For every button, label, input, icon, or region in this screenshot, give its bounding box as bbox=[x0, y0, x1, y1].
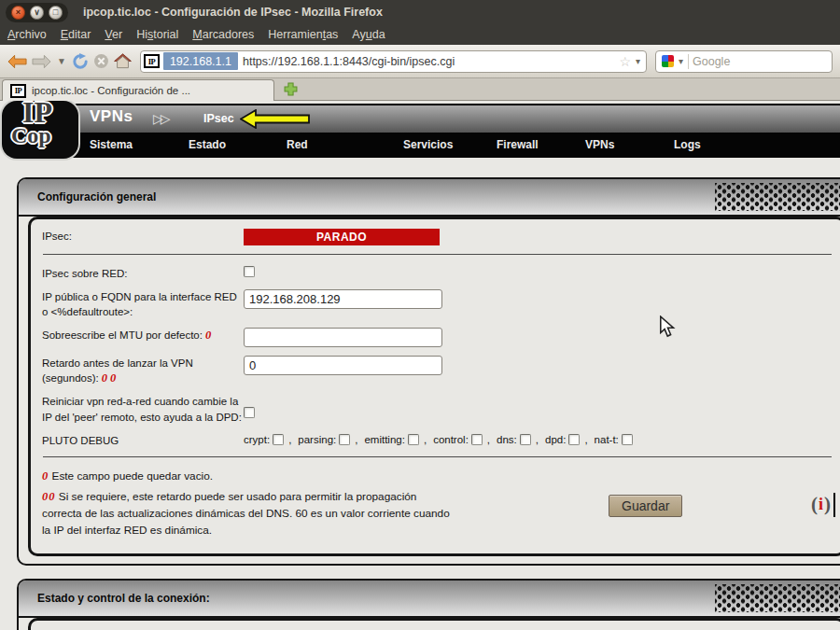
search-box[interactable]: ▾ bbox=[655, 50, 833, 73]
reload-icon[interactable] bbox=[72, 49, 89, 74]
new-tab-button[interactable] bbox=[284, 82, 298, 96]
required-marker-icon: 0 bbox=[49, 490, 54, 503]
nav-servicios[interactable]: Servicios bbox=[403, 138, 453, 151]
active-tab[interactable]: IP ipcop.tic.loc - Configuración de ... bbox=[2, 79, 274, 101]
menu-historial[interactable]: Historial bbox=[136, 28, 178, 41]
save-button[interactable]: Guardar bbox=[609, 495, 682, 517]
tab-favicon: IP bbox=[10, 84, 26, 98]
menu-editar[interactable]: Editar bbox=[61, 28, 91, 41]
window-title: ipcop.tic.loc - Configuración de IPsec -… bbox=[83, 6, 383, 19]
pluto-control-checkbox[interactable] bbox=[471, 434, 483, 445]
ipsec-over-red-checkbox[interactable] bbox=[244, 266, 255, 277]
mtu-row: Sobreescribe el MTU por defecto:0 bbox=[42, 328, 840, 347]
pluto-dns-checkbox[interactable] bbox=[520, 434, 531, 445]
required-marker-icon: 0 bbox=[102, 371, 107, 385]
nav-red[interactable]: Red bbox=[287, 138, 308, 151]
pluto-dpd-checkbox[interactable] bbox=[568, 434, 580, 445]
window-titlebar: × ∨ □ ipcop.tic.loc - Configuración de I… bbox=[0, 0, 840, 24]
public-ip-input[interactable] bbox=[244, 289, 442, 309]
url-dropdown-icon[interactable]: ▾ bbox=[636, 56, 640, 66]
navigation-toolbar: ▼ IP 192.168.1.1 https://192.168.1.1:844… bbox=[0, 45, 840, 78]
dot-pattern-decoration bbox=[715, 183, 840, 211]
engine-dropdown-icon[interactable]: ▾ bbox=[679, 56, 683, 66]
breadcrumb-page: IPsec bbox=[203, 112, 234, 125]
forward-icon[interactable] bbox=[32, 49, 51, 74]
menu-ayuda[interactable]: Ayuda bbox=[352, 28, 385, 41]
google-engine-icon bbox=[662, 55, 674, 67]
menu-herramientas[interactable]: Herramientas bbox=[268, 28, 338, 41]
legend: 0 Este campo puede quedar vacio. 00 Si s… bbox=[42, 469, 569, 539]
pluto-natt-checkbox[interactable] bbox=[622, 434, 633, 445]
panel-header: Configuración general bbox=[19, 179, 840, 217]
pluto-debug-row: PLUTO DEBUG crypt:, parsing:, emitting:,… bbox=[42, 433, 840, 448]
legend-and-actions: 0 Este campo puede quedar vacio. 00 Si s… bbox=[42, 469, 840, 539]
nav-estado[interactable]: Estado bbox=[189, 138, 226, 151]
pluto-flags: crypt:, parsing:, emitting:, control:, d… bbox=[244, 433, 633, 445]
mouse-cursor bbox=[659, 315, 676, 342]
divider bbox=[43, 456, 832, 457]
page-content: VPNs ▷▷ IPsec Sistema Estado Red Servici… bbox=[0, 101, 840, 630]
panel-header: Estado y control de la conexión: bbox=[19, 581, 840, 618]
menu-bar: Archivo Editar Ver Historial Marcadores … bbox=[0, 24, 840, 45]
mtu-input[interactable] bbox=[244, 328, 442, 347]
menu-marcadores[interactable]: Marcadores bbox=[192, 28, 254, 41]
firefox-window: × ∨ □ ipcop.tic.loc - Configuración de I… bbox=[0, 0, 840, 630]
back-icon[interactable] bbox=[7, 49, 27, 74]
bookmark-star-icon[interactable]: ☆ bbox=[619, 54, 631, 69]
public-ip-row: IP pública o FQDN para la interface RED … bbox=[42, 289, 840, 319]
text-caret bbox=[833, 493, 835, 517]
pluto-crypt-checkbox[interactable] bbox=[273, 434, 284, 445]
minimize-button[interactable]: ∨ bbox=[30, 6, 44, 20]
ipcop-banner: VPNs ▷▷ IPsec Sistema Estado Red Servici… bbox=[17, 104, 840, 158]
required-marker-icon: 0 bbox=[42, 469, 48, 483]
site-identity-chip[interactable]: 192.168.1.1 bbox=[163, 52, 238, 70]
tab-title: ipcop.tic.loc - Configuración de ... bbox=[32, 85, 190, 96]
info-help-icon[interactable]: (i) bbox=[811, 493, 835, 517]
nav-sistema[interactable]: Sistema bbox=[90, 138, 133, 151]
restart-vpn-row: Reiniciar vpn red-a-red cuando cambie la… bbox=[42, 394, 840, 424]
panel-title: Estado y control de la conexión: bbox=[37, 592, 210, 605]
divider bbox=[43, 254, 832, 255]
breadcrumb-section: VPNs bbox=[90, 107, 133, 126]
pluto-emitting-checkbox[interactable] bbox=[408, 434, 419, 445]
window-controls: × ∨ □ bbox=[6, 3, 68, 22]
required-marker-icon: 0 bbox=[42, 490, 48, 503]
panel-title: Configuración general bbox=[37, 190, 156, 203]
dot-pattern-decoration bbox=[715, 584, 840, 612]
ipsec-over-red-row: IPsec sobre RED: bbox=[42, 266, 840, 281]
menu-archivo[interactable]: Archivo bbox=[7, 28, 47, 41]
search-input[interactable] bbox=[693, 55, 826, 68]
breadcrumb-chevron-icon: ▷▷ bbox=[153, 111, 168, 126]
connections-box bbox=[28, 618, 840, 630]
form-box: IPsec: PARADO IPsec sobre RED: IP públic… bbox=[28, 217, 840, 556]
site-favicon: IP bbox=[144, 54, 160, 68]
nav-vpns[interactable]: VPNs bbox=[585, 138, 614, 151]
close-button[interactable]: × bbox=[11, 6, 25, 20]
back-history-dropdown-icon[interactable]: ▼ bbox=[57, 56, 66, 66]
delay-input[interactable] bbox=[244, 356, 442, 375]
nav-logs[interactable]: Logs bbox=[674, 138, 701, 151]
menu-ver[interactable]: Ver bbox=[105, 28, 122, 41]
yellow-arrow-icon bbox=[240, 109, 311, 133]
stop-icon[interactable] bbox=[93, 49, 109, 74]
maximize-button[interactable]: □ bbox=[49, 6, 63, 20]
breadcrumb: VPNs ▷▷ IPsec bbox=[19, 105, 840, 133]
home-icon[interactable] bbox=[114, 49, 132, 74]
url-bar[interactable]: IP 192.168.1.1 https://192.168.1.1:8443/… bbox=[140, 50, 647, 73]
search-divider bbox=[688, 54, 689, 69]
main-nav: Sistema Estado Red Servicios Firewall VP… bbox=[19, 133, 840, 158]
url-text[interactable]: https://192.168.1.1:8443/cgi-bin/ipsec.c… bbox=[243, 55, 619, 68]
required-marker-icon: 0 bbox=[110, 371, 116, 385]
nav-firewall[interactable]: Firewall bbox=[497, 138, 539, 151]
ipcop-logo[interactable]: IP Cop bbox=[2, 101, 78, 159]
delay-row: Retardo antes de lanzar la VPN (segundos… bbox=[42, 356, 840, 385]
restart-vpn-checkbox[interactable] bbox=[244, 407, 255, 418]
required-marker-icon: 0 bbox=[205, 329, 211, 342]
tab-bar: IP ipcop.tic.loc - Configuración de ... bbox=[0, 78, 840, 101]
pluto-parsing-checkbox[interactable] bbox=[339, 434, 350, 445]
connection-status-panel: Estado y control de la conexión: bbox=[17, 579, 840, 630]
status-badge: PARADO bbox=[244, 229, 440, 245]
ipsec-status-row: IPsec: PARADO bbox=[42, 229, 840, 245]
general-config-panel: Configuración general IPsec: PARADO IPse… bbox=[17, 177, 840, 566]
